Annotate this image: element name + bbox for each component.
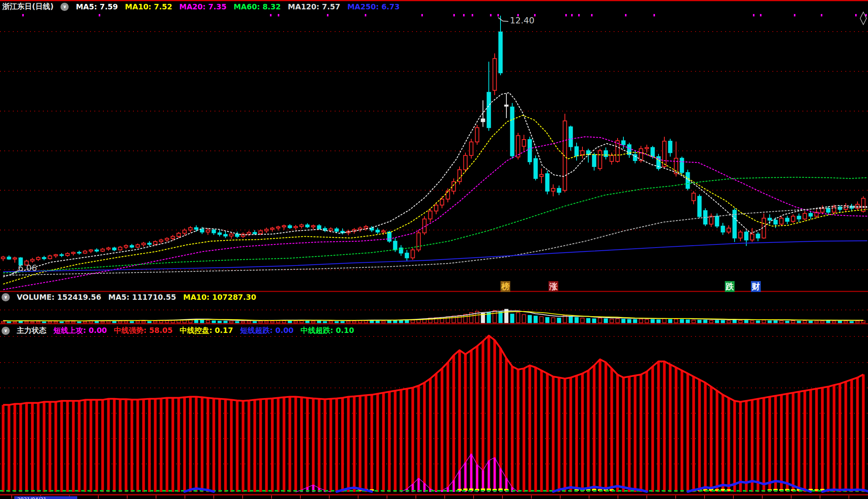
indicator-legend-item: 中线控盘: 0.17 — [179, 326, 233, 336]
chart-canvas[interactable]: 12.406.06 — [0, 0, 868, 499]
ma-legend-item: MA60: 8.32 — [234, 2, 281, 11]
price-annotation: 6.06 — [18, 263, 37, 273]
ma-lines — [3, 93, 867, 290]
main-chart-header: 浙江东日(日线) ∨ MA5: 7.59MA10: 7.52MA20: 7.35… — [2, 2, 400, 12]
ma-legend-item: MA20: 7.35 — [179, 2, 226, 11]
ma-legend-item: MA250: 6.73 — [347, 2, 399, 11]
indicator-title: 主力状态 — [17, 326, 46, 336]
diamond-marker-icon — [860, 12, 866, 25]
ma-legend-item: MA10: 7.52 — [125, 2, 172, 11]
time-axis-ticks — [12, 495, 849, 499]
collapse-chevron-icon[interactable]: ∨ — [60, 3, 69, 11]
hot-badge-跌[interactable]: 跌 — [725, 281, 735, 292]
indicator-legend-item: 短线上攻: 0.00 — [53, 326, 107, 336]
indicator-legend: 短线上攻: 0.00中线强势: 58.05中线控盘: 0.17短线超跌: 0.0… — [53, 326, 354, 336]
axis-date-box: 2021/04/21 — [14, 496, 77, 499]
main-force-indicator — [0, 336, 868, 492]
collapse-chevron-icon[interactable]: ∨ — [2, 293, 10, 301]
ma-legend: MA5: 7.59MA10: 7.52MA20: 7.35MA60: 8.32M… — [76, 2, 399, 11]
indicator-header: ∨ 主力状态 短线上攻: 0.00中线强势: 58.05中线控盘: 0.17短线… — [2, 326, 354, 336]
panel-separators — [0, 0, 868, 495]
volume-bars — [2, 309, 865, 323]
collapse-chevron-icon[interactable]: ∨ — [2, 327, 10, 335]
volume-header: ∨ VOLUME: 152419.56MA5: 111710.55MA10: 1… — [2, 293, 256, 301]
volume-legend: VOLUME: 152419.56MA5: 111710.55MA10: 107… — [17, 293, 256, 301]
signal-dots — [22, 14, 867, 16]
stock-app-screen: 12.406.06 浙江东日(日线) ∨ MA5: 7.59MA10: 7.52… — [0, 0, 868, 499]
volume-legend-item: VOLUME: 152419.56 — [17, 293, 101, 301]
volume-legend-item: MA5: 111710.55 — [108, 293, 176, 301]
indicator-legend-item: 短线超跌: 0.00 — [240, 326, 294, 336]
hot-badge-榜[interactable]: 榜 — [501, 281, 510, 292]
ma-legend-item: MA5: 7.59 — [76, 2, 118, 11]
ma-legend-item: MA120: 7.57 — [288, 2, 340, 11]
price-annotation: 12.40 — [510, 16, 534, 25]
candles — [2, 16, 865, 267]
hot-badge-财[interactable]: 财 — [751, 281, 761, 292]
price-annotations: 12.406.06 — [11, 16, 534, 274]
hot-badge-涨[interactable]: 涨 — [548, 281, 558, 292]
indicator-legend-item: 中线强势: 58.05 — [114, 326, 172, 336]
volume-legend-item: MA10: 107287.30 — [183, 293, 256, 301]
stock-title: 浙江东日(日线) — [2, 2, 53, 12]
axis-date-label: 2021/04/21 — [15, 496, 77, 499]
indicator-legend-item: 中线超跌: 0.10 — [301, 326, 354, 336]
